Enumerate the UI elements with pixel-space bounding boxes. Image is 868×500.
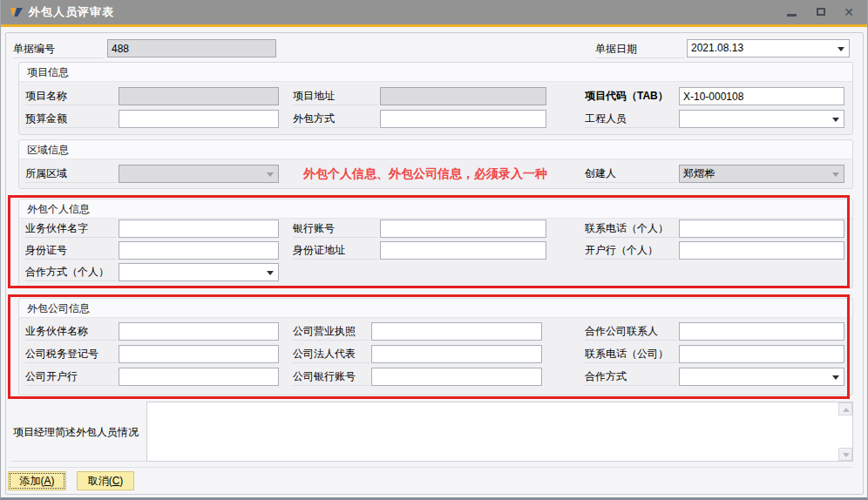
- chevron-down-icon: [832, 375, 839, 380]
- budget-label: 预算金额: [25, 110, 117, 128]
- personal-id-no-field[interactable]: [119, 241, 279, 260]
- scrollbar-down-button[interactable]: [838, 448, 852, 461]
- personal-phone-field[interactable]: [679, 220, 844, 238]
- accent-bar: [1, 24, 867, 27]
- personal-phone-label: 联系电话（个人）: [585, 220, 677, 238]
- creator-dropdown[interactable]: 郑熠桦: [679, 165, 844, 183]
- summary-label-cell: 项目经理简述外包人员情况: [11, 402, 146, 462]
- company-contact-label: 合作公司联系人: [585, 322, 677, 341]
- scroll-down-icon: [843, 453, 850, 457]
- company-partner-name-label: 业务伙伴名称: [25, 322, 117, 341]
- add-button[interactable]: 添加(A): [8, 471, 66, 490]
- company-phone-label: 联系电话（公司）: [585, 345, 677, 363]
- company-contact-field[interactable]: [679, 322, 844, 341]
- close-icon: ✕: [844, 5, 854, 19]
- doc-no-label: 单据编号: [13, 40, 104, 58]
- summary-textarea[interactable]: [146, 402, 853, 462]
- doc-date-dropdown[interactable]: 2021.08.13: [687, 39, 850, 57]
- engineer-dropdown[interactable]: [679, 110, 844, 128]
- creator-value: 郑熠桦: [683, 167, 715, 179]
- personal-coop-mode-dropdown[interactable]: [119, 263, 279, 281]
- footer-divider: [8, 467, 853, 468]
- company-tax-no-label: 公司税务登记号: [25, 345, 117, 363]
- personal-partner-name-field[interactable]: [119, 220, 279, 238]
- creator-label: 创建人: [585, 165, 677, 183]
- cancel-button[interactable]: 取消(C): [77, 471, 134, 490]
- minimize-button[interactable]: [782, 3, 801, 21]
- personal-bank-account-label: 银行账号: [293, 220, 378, 238]
- company-license-field[interactable]: [371, 322, 542, 341]
- form-window: 外包人员评审表 ✕ 单据编号 单据日期 2021.08.13 项目信息 项目名称…: [0, 0, 868, 500]
- window-title: 外包人员评审表: [29, 0, 114, 24]
- project-code-label: 项目代码（TAB）: [585, 87, 677, 105]
- maximize-icon: [817, 8, 825, 16]
- outsource-mode-label: 外包方式: [293, 110, 378, 128]
- personal-bank-account-field[interactable]: [380, 220, 546, 238]
- personal-id-addr-field[interactable]: [380, 241, 546, 260]
- project-addr-field[interactable]: [380, 87, 546, 105]
- personal-id-addr-label: 身份证地址: [293, 241, 378, 260]
- required-notice: 外包个人信息、外包公司信息，必须录入一种: [303, 166, 547, 182]
- chevron-down-icon: [267, 172, 274, 177]
- region-dropdown[interactable]: [119, 165, 279, 183]
- maximize-button[interactable]: [811, 3, 831, 21]
- company-bank-account-label: 公司银行账号: [293, 368, 370, 386]
- company-tax-no-field[interactable]: [119, 345, 279, 363]
- project-name-label: 项目名称: [25, 87, 117, 105]
- app-logo-icon: [10, 5, 24, 19]
- personal-coop-mode-label: 合作方式（个人）: [25, 263, 117, 281]
- project-code-field[interactable]: [679, 87, 844, 105]
- company-legal-rep-field[interactable]: [371, 345, 542, 363]
- titlebar: 外包人员评审表 ✕: [1, 0, 867, 24]
- company-license-label: 公司营业执照: [293, 322, 370, 341]
- company-phone-field[interactable]: [679, 345, 844, 363]
- personal-partner-name-label: 业务伙伴名字: [25, 220, 117, 238]
- scroll-up-icon: [843, 408, 850, 412]
- chevron-down-icon: [832, 118, 839, 122]
- company-info-title: 外包公司信息: [19, 299, 852, 318]
- region-info-title: 区域信息: [19, 140, 852, 159]
- minimize-icon: [787, 14, 797, 17]
- summary-label: 项目经理简述外包人员情况: [13, 425, 139, 440]
- chevron-down-icon: [267, 271, 274, 275]
- region-label: 所属区域: [25, 165, 117, 183]
- budget-field[interactable]: [119, 110, 279, 128]
- company-partner-name-field[interactable]: [119, 322, 279, 341]
- personal-id-no-label: 身份证号: [25, 241, 117, 260]
- project-addr-label: 项目地址: [293, 87, 378, 105]
- close-button[interactable]: ✕: [839, 3, 858, 21]
- company-coop-mode-dropdown[interactable]: [679, 368, 844, 386]
- project-name-field[interactable]: [119, 87, 279, 105]
- company-bank-branch-field[interactable]: [119, 368, 279, 386]
- engineer-label: 工程人员: [585, 110, 677, 128]
- doc-no-field[interactable]: [107, 39, 276, 57]
- chevron-down-icon: [837, 47, 844, 51]
- doc-date-value: 2021.08.13: [691, 42, 743, 54]
- outsource-mode-field[interactable]: [380, 110, 546, 128]
- personal-info-title: 外包个人信息: [19, 199, 852, 219]
- personal-bank-branch-label: 开户行（个人）: [585, 241, 677, 260]
- company-legal-rep-label: 公司法人代表: [293, 345, 370, 363]
- scrollbar-up-button[interactable]: [838, 402, 852, 416]
- company-bank-account-field[interactable]: [371, 368, 542, 386]
- chevron-down-icon: [832, 172, 839, 177]
- project-info-title: 项目信息: [19, 63, 852, 82]
- company-coop-mode-label: 合作方式: [585, 368, 677, 386]
- doc-date-label: 单据日期: [595, 40, 684, 58]
- company-bank-branch-label: 公司开户行: [25, 368, 117, 386]
- personal-bank-branch-field[interactable]: [679, 241, 844, 260]
